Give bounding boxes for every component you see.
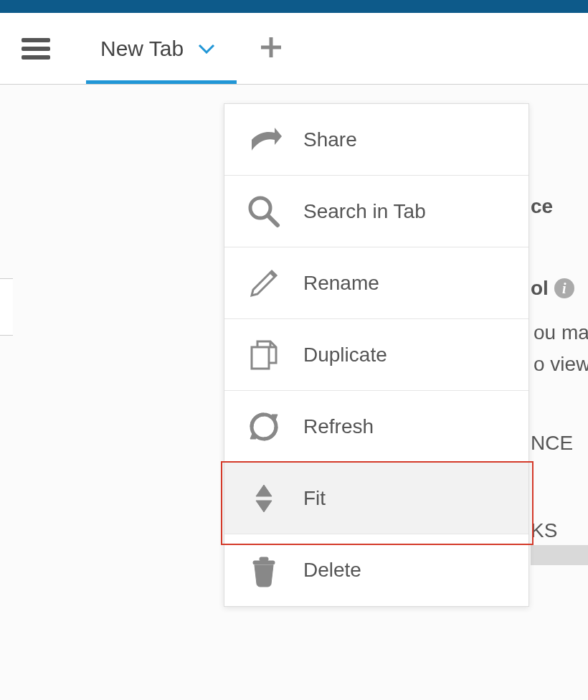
share-icon — [246, 122, 282, 158]
menu-item-duplicate[interactable]: Duplicate — [224, 319, 528, 391]
menu-label: Refresh — [303, 415, 374, 438]
duplicate-icon — [246, 337, 282, 373]
menu-label: Share — [303, 128, 357, 151]
menu-item-rename[interactable]: Rename — [224, 247, 528, 319]
bg-text-fragment: ol i — [531, 277, 574, 300]
menu-item-delete[interactable]: Delete — [224, 534, 528, 606]
menu-item-fit[interactable]: Fit — [224, 463, 528, 534]
content-area: ce ol i ou ma o view NCE KS Share Search… — [0, 85, 588, 700]
pencil-icon — [246, 265, 282, 301]
menu-label: Search in Tab — [303, 200, 426, 223]
bg-text-fragment: ou ma — [534, 321, 588, 344]
bg-text-fragment: NCE — [531, 432, 573, 455]
fit-icon — [246, 481, 282, 516]
menu-item-search-in-tab[interactable]: Search in Tab — [224, 176, 528, 247]
menu-label: Delete — [303, 559, 361, 582]
menu-item-share[interactable]: Share — [224, 104, 528, 176]
svg-rect-4 — [252, 347, 269, 369]
svg-marker-7 — [256, 485, 272, 496]
menu-label: Duplicate — [303, 344, 387, 366]
hamburger-menu-button[interactable] — [22, 38, 50, 60]
svg-rect-9 — [253, 561, 275, 564]
menu-item-refresh[interactable]: Refresh — [224, 391, 528, 463]
tab-context-menu: Share Search in Tab Rename Duplicate Ref… — [224, 103, 529, 607]
svg-marker-8 — [256, 501, 272, 512]
menu-label: Fit — [303, 487, 326, 510]
trash-icon — [246, 552, 282, 588]
svg-rect-10 — [260, 557, 268, 561]
side-panel-edge — [0, 278, 13, 336]
svg-line-3 — [268, 216, 278, 225]
info-icon: i — [554, 278, 574, 298]
tab-bar: New Tab — [0, 13, 588, 85]
bg-text-fragment: KS — [531, 519, 557, 542]
chevron-down-icon — [198, 44, 215, 54]
add-tab-button[interactable] — [258, 34, 284, 63]
tab-new-tab[interactable]: New Tab — [86, 13, 229, 84]
refresh-icon — [246, 409, 282, 445]
bg-text-fragment: ce — [531, 195, 553, 218]
menu-label: Rename — [303, 272, 379, 295]
tab-active-underline — [86, 80, 237, 84]
tab-label: New Tab — [100, 37, 184, 61]
bg-grey-bar — [531, 545, 588, 565]
bg-text-fragment: o view — [534, 353, 588, 376]
search-icon — [246, 194, 282, 230]
top-banner — [0, 0, 588, 13]
